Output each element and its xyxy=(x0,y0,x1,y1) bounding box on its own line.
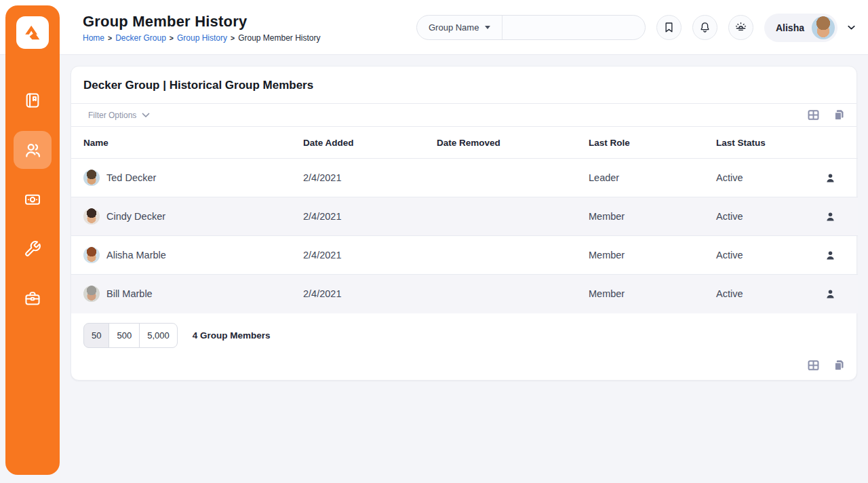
sunrise-icon xyxy=(734,21,747,34)
breadcrumb-item[interactable]: Group History xyxy=(177,33,227,43)
panel-title: Decker Group | Historical Group Members xyxy=(83,79,844,92)
last-role-cell: Member xyxy=(589,275,716,313)
column-header: Last Role xyxy=(589,127,716,159)
sidebar-item-tools[interactable] xyxy=(14,230,52,268)
wrench-icon xyxy=(24,240,41,258)
breadcrumb-item[interactable]: Home xyxy=(83,33,104,43)
breadcrumb-item: Group Member History xyxy=(238,33,320,43)
person-profile-button[interactable] xyxy=(825,211,836,223)
panel-header: Decker Group | Historical Group Members xyxy=(71,66,856,103)
table-row[interactable]: Alisha Marble 2/4/2021 Member Active xyxy=(71,236,858,275)
column-header: Name xyxy=(71,127,303,159)
member-name: Alisha Marble xyxy=(106,250,166,260)
last-status-cell: Active xyxy=(716,275,825,313)
person-icon xyxy=(825,250,836,261)
last-status-cell: Active xyxy=(716,197,825,236)
person-profile-button[interactable] xyxy=(825,288,836,300)
person-profile-button[interactable] xyxy=(825,250,836,261)
column-header-actions xyxy=(825,127,858,159)
caret-down-icon xyxy=(485,26,490,29)
table-body: Ted Decker 2/4/2021 Leader Active Cindy … xyxy=(71,159,858,313)
breadcrumb-separator: > xyxy=(108,34,112,42)
group-members-table: NameDate AddedDate RemovedLast RoleLast … xyxy=(71,127,858,313)
user-menu-button[interactable]: Alisha xyxy=(764,14,837,42)
date-removed-cell xyxy=(437,197,589,236)
search-input[interactable] xyxy=(502,16,645,39)
notebook-icon xyxy=(24,92,41,109)
last-role-cell: Leader xyxy=(589,159,716,197)
date-added-cell: 2/4/2021 xyxy=(303,236,437,275)
last-status-cell: Active xyxy=(716,159,825,197)
person-icon xyxy=(825,172,836,184)
last-role-cell: Member xyxy=(589,236,716,275)
breadcrumb-separator: > xyxy=(170,34,174,42)
table-row[interactable]: Cindy Decker 2/4/2021 Member Active xyxy=(71,197,858,236)
column-header: Date Added xyxy=(303,127,437,159)
notifications-button[interactable] xyxy=(692,15,717,40)
page-title: Group Member History xyxy=(83,13,321,31)
copy-icon xyxy=(833,109,846,121)
member-avatar xyxy=(83,208,100,225)
filter-options-toggle[interactable]: Filter Options xyxy=(88,111,150,120)
pagination-row: 505005,000 4 Group Members xyxy=(71,313,856,353)
person-profile-button[interactable] xyxy=(825,172,836,184)
page-size-button[interactable]: 50 xyxy=(83,323,109,348)
record-count: 4 Group Members xyxy=(193,330,271,341)
date-removed-cell xyxy=(437,236,589,275)
member-avatar xyxy=(83,247,100,263)
grid-options-button[interactable] xyxy=(807,109,820,121)
date-removed-cell xyxy=(437,159,589,197)
search-type-dropdown[interactable]: Group Name xyxy=(417,16,502,39)
last-role-cell: Member xyxy=(589,197,716,236)
member-avatar xyxy=(83,170,100,186)
people-icon xyxy=(24,141,42,159)
page-size-button[interactable]: 500 xyxy=(108,323,140,348)
filter-options-label: Filter Options xyxy=(88,111,136,120)
bookmarks-button[interactable] xyxy=(656,15,682,40)
user-name: Alisha xyxy=(776,22,804,33)
table-row[interactable]: Ted Decker 2/4/2021 Leader Active xyxy=(71,159,858,197)
copy-button[interactable] xyxy=(833,109,846,121)
sidebar-nav xyxy=(14,81,52,317)
date-removed-cell xyxy=(437,275,589,313)
sidebar-item-work[interactable] xyxy=(14,279,52,317)
table-icon xyxy=(807,359,820,372)
chevron-down-icon xyxy=(142,113,150,118)
topbar: Group Member History Home>Decker Group>G… xyxy=(60,0,868,55)
last-status-cell: Active xyxy=(716,236,825,275)
sidebar xyxy=(5,5,60,475)
grid-toolbar-icons xyxy=(807,109,846,121)
person-icon xyxy=(825,288,836,300)
cash-icon xyxy=(24,191,41,208)
search-type-label: Group Name xyxy=(429,22,479,33)
column-header: Last Status xyxy=(716,127,825,159)
person-icon xyxy=(825,211,836,223)
breadcrumb-item[interactable]: Decker Group xyxy=(115,33,166,43)
user-menu-chevron-button[interactable] xyxy=(846,22,857,33)
page-size-button[interactable]: 5,000 xyxy=(139,323,178,348)
sidebar-item-people[interactable] xyxy=(14,131,52,169)
table-row[interactable]: Bill Marble 2/4/2021 Member Active xyxy=(71,275,858,313)
topbar-actions: Group Name xyxy=(416,14,857,42)
table-icon xyxy=(807,109,820,121)
briefcase-icon xyxy=(24,290,41,307)
chevron-down-icon xyxy=(846,22,857,33)
grid-options-button[interactable] xyxy=(807,359,820,372)
table-header-row: NameDate AddedDate RemovedLast RoleLast … xyxy=(71,127,858,159)
bookmark-icon xyxy=(663,21,675,34)
group-member-history-panel: Decker Group | Historical Group Members … xyxy=(71,66,857,381)
column-header: Date Removed xyxy=(437,127,589,159)
page-titles: Group Member History Home>Decker Group>G… xyxy=(83,13,321,43)
rock-logo[interactable] xyxy=(16,16,49,49)
sidebar-item-notebook[interactable] xyxy=(14,81,52,119)
date-added-cell: 2/4/2021 xyxy=(303,197,437,236)
member-name: Bill Marble xyxy=(106,288,153,299)
user-avatar xyxy=(812,16,835,39)
member-name: Ted Decker xyxy=(106,172,156,183)
sidebar-item-finance[interactable] xyxy=(14,180,52,218)
theme-toggle-button[interactable] xyxy=(728,15,753,40)
page-size-group: 505005,000 xyxy=(83,323,178,348)
bell-icon xyxy=(698,21,711,34)
date-added-cell: 2/4/2021 xyxy=(303,159,437,197)
copy-button[interactable] xyxy=(833,359,846,372)
